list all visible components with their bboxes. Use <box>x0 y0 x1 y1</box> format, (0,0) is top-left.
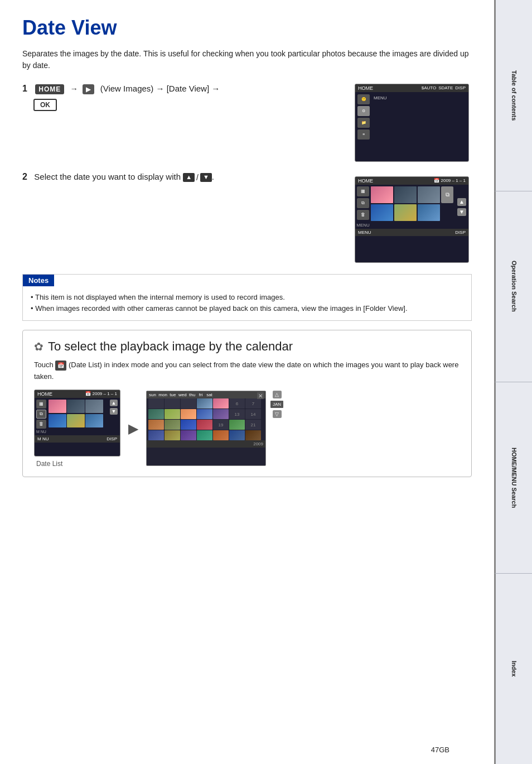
tip-title: ✿ To select the playback image by the ca… <box>34 339 460 354</box>
thumb-3 <box>418 186 440 203</box>
camera-screen-1: HOME $AUTO SDATE DISP 🙂 ⚙ 📁 ≡ <box>355 84 469 162</box>
sidebar-tab-operation[interactable]: Operation Search <box>494 191 532 383</box>
cal-week-4 <box>148 430 264 440</box>
cal-cell-27 <box>229 430 245 440</box>
tip-up-btn[interactable]: ▲ <box>110 400 118 406</box>
thumb-5 <box>394 204 417 221</box>
cam-icon-trash: 🗑 <box>357 210 369 220</box>
cam-up-btn[interactable]: ▲ <box>457 198 466 206</box>
home-button-icon[interactable]: HOME <box>35 84 64 94</box>
tip-down-btn[interactable]: ▼ <box>110 408 118 415</box>
tip-thumb-6 <box>85 414 103 427</box>
page-number: 47GB <box>431 746 449 754</box>
tip-title-text: To select the playback image by the cale… <box>48 339 293 354</box>
cal-cell-13: 13 <box>229 409 245 419</box>
tip-screens: HOME 📅 2009 – 1 – 1 ▦ ⧉ 🗑 M NU <box>34 390 460 468</box>
notes-list: This item is not displayed when the inte… <box>31 292 463 315</box>
cal-cell-17 <box>181 420 196 430</box>
cam-row-2 <box>371 204 455 221</box>
step-2-number: 2 <box>22 172 27 181</box>
cam-right-section: MENU <box>373 94 466 140</box>
cam-body-1: 🙂 ⚙ 📁 ≡ MENU <box>355 92 468 142</box>
cam-nav-col: ▲ ▼ <box>457 186 467 228</box>
cal-grid: 6 7 13 14 <box>147 398 265 440</box>
step-1-content: HOME → ▶ (View Images) → [Date View] → <box>34 84 220 93</box>
cam-icon-menu: ≡ <box>357 129 370 140</box>
ok-button-icon[interactable]: OK <box>33 99 57 111</box>
tip-cam-screen-1: HOME 📅 2009 – 1 – 1 ▦ ⧉ 🗑 M NU <box>34 390 120 457</box>
cal-cell-16 <box>165 420 180 430</box>
cam-header-2: HOME 📅 2009 – 1 – 1 <box>355 177 468 185</box>
cal-cell-empty-3 <box>181 398 196 409</box>
tip-cam-body: ▦ ⧉ 🗑 M NU <box>35 398 120 435</box>
cal-day-labels: sun mon tue wed thu fri sat <box>149 392 212 397</box>
cal-week-1: 6 7 <box>148 398 264 409</box>
step-2-row: 2 Select the date you want to display wi… <box>22 172 472 263</box>
cal-cell-empty-1 <box>148 398 164 409</box>
sidebar-tab-home-menu[interactable]: HOME/MENU Search <box>494 382 532 574</box>
up-triangle-icon: ▲ <box>183 173 195 182</box>
cam-home-2: HOME <box>358 178 373 184</box>
tip-row-1 <box>49 400 108 413</box>
notes-content: This item is not displayed when the inte… <box>23 286 471 321</box>
cal-cell-28 <box>245 430 261 440</box>
cal-cell-img-4 <box>165 409 180 419</box>
cam-icons-col: 🙂 ⚙ 📁 ≡ <box>357 94 371 140</box>
cal-year: 2009 <box>147 440 265 448</box>
tip-menu-ft: M NU <box>37 436 49 441</box>
tip-menu-label: M NU <box>36 430 47 434</box>
cal-cell-empty-5: 7 <box>245 398 261 409</box>
cam-icon-copy: ⧉ <box>357 198 369 208</box>
cam-icon-grid: ▦ <box>357 186 369 196</box>
notes-item-1: This item is not displayed when the inte… <box>31 292 463 304</box>
sidebar-tab-toc[interactable]: Table of contents <box>494 0 532 191</box>
down-triangle-icon: ▼ <box>200 173 212 182</box>
intro-text: Separates the images by the date. This i… <box>22 48 472 71</box>
cal-nav-down[interactable]: ▽ <box>273 410 282 418</box>
cal-cell-26 <box>213 430 229 440</box>
cam-left-icons: ▦ ⧉ 🗑 MENU <box>357 186 369 228</box>
cal-cell-img-1 <box>197 398 212 409</box>
cal-week-3: 19 21 <box>148 420 264 430</box>
cam-thumb-grid: ⧉ <box>371 186 455 228</box>
view-images-icon: ▶ <box>83 84 94 94</box>
cal-cell-14: 14 <box>245 409 261 419</box>
tip-cam-footer: M NU DISP <box>35 435 120 443</box>
tip-thumb-5 <box>67 414 85 427</box>
tip-cam-home: HOME <box>37 391 52 397</box>
cam-header-1: HOME $AUTO SDATE DISP <box>355 84 468 92</box>
step-1-text: (View Images) → [Date View] → <box>100 84 220 93</box>
step-2-right: HOME 📅 2009 – 1 – 1 ▦ ⧉ 🗑 MENU <box>355 172 472 263</box>
cal-cell-20 <box>229 420 245 430</box>
cal-cell-img-3 <box>148 409 164 419</box>
cam-copy-icon: ⧉ <box>441 186 453 203</box>
sidebar-tab-index[interactable]: Index <box>494 574 532 765</box>
cal-cell-empty-2 <box>165 398 180 409</box>
tip-thumb-4 <box>49 414 66 427</box>
tip-thumb-2 <box>67 400 85 413</box>
step-1-left: 1 HOME → ▶ (View Images) → [Date View] →… <box>22 84 344 111</box>
notes-item-2: When images recorded with other cameras … <box>31 303 463 315</box>
cal-cell-img-7 <box>213 409 229 419</box>
cam-icon-folder: 📁 <box>357 118 370 128</box>
tip-cam-date: 📅 2009 – 1 – 1 <box>85 391 117 396</box>
tip-thumb-grid <box>49 400 108 434</box>
cam-down-btn[interactable]: ▼ <box>457 208 466 216</box>
cam-body-2: ▦ ⧉ 🗑 MENU ⧉ <box>355 185 468 229</box>
cal-cell-img-2 <box>213 398 229 409</box>
cam-disp-footer: DISP <box>455 230 466 235</box>
cam-date-2: 📅 2009 – 1 – 1 <box>434 178 466 183</box>
tip-arrow-right: ▶ <box>128 421 138 436</box>
step-2-text: Select the date you want to display with… <box>34 172 214 181</box>
cal-cell-25 <box>197 430 212 440</box>
cam-right-icons: $AUTO SDATE DISP <box>422 85 466 90</box>
cam-label: MENU <box>374 95 465 100</box>
tip-text: Touch 📅 (Date List) in index mode and yo… <box>34 359 460 383</box>
cal-cell-18 <box>197 420 212 430</box>
cal-nav-up[interactable]: △ <box>273 391 282 398</box>
cal-close-btn[interactable]: ✕ <box>257 392 264 399</box>
step-2-left: 2 Select the date you want to display wi… <box>22 172 344 182</box>
cam-menu-footer: MENU <box>358 230 371 235</box>
cal-right-nav: △ JAN ▽ <box>270 391 283 418</box>
cal-cell-22 <box>148 430 164 440</box>
